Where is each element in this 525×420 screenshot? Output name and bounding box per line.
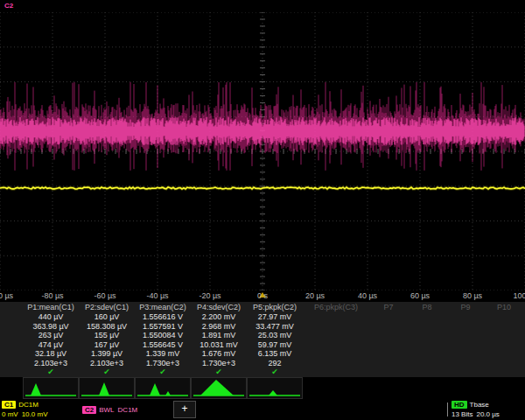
measure-column[interactable]: P3:mean(C2)1.556616 V1.557591 V1.550084 … — [135, 302, 191, 377]
c2-descriptor[interactable]: C2 BWL DC1M — [82, 399, 166, 420]
measure-status-check: ✔ — [103, 368, 110, 377]
measure-value: 167 µV — [94, 340, 120, 350]
measure-value: 59.97 mV — [258, 340, 292, 350]
time-axis-label: 100 µs — [513, 291, 525, 300]
measure-value: 33.477 mV — [256, 322, 294, 332]
measure-value: 2.200 mV — [202, 312, 236, 322]
measure-value: 2.103e+3 — [90, 359, 123, 368]
top-strip: C2 — [0, 0, 525, 12]
measure-column[interactable]: P8 — [408, 302, 446, 377]
measure-value: 263 µV — [38, 331, 64, 340]
bottom-bar-divider — [447, 402, 448, 416]
measure-column-header: P2:sdev(C1) — [85, 302, 129, 312]
time-axis-label: 80 µs — [463, 291, 482, 300]
time-axis: -100 µs-80 µs-60 µs-40 µs-20 µs0 s20 µs4… — [0, 290, 525, 302]
measure-value: 10.031 mV — [200, 340, 238, 350]
time-axis-label: -40 µs — [146, 291, 168, 300]
measure-value: 363.98 µV — [32, 322, 68, 332]
measure-column[interactable]: P7 — [369, 302, 408, 377]
measure-value: 155 µV — [94, 331, 120, 340]
measure-value: 6.135 mV — [258, 349, 292, 359]
timebase-bits: 13 Bits — [452, 410, 472, 418]
measure-column-header: P3:mean(C2) — [139, 302, 186, 312]
c2-chip[interactable]: C2 — [82, 406, 96, 414]
measure-column[interactable]: P6:pkpk(C3) — [303, 302, 369, 377]
c1-descriptor[interactable]: C1 DC1M 0 mV 10.0 mV — [2, 399, 82, 420]
measure-status-check: ✔ — [47, 368, 54, 377]
bottom-bar: C1 DC1M 0 mV 10.0 mV C2 BWL DC1M + HD Tb… — [0, 399, 525, 420]
measure-histicon[interactable] — [79, 377, 135, 399]
measure-column-header: P8 — [422, 302, 431, 312]
measure-status-check: ✔ — [271, 368, 278, 377]
c2-trace-tag: C2 — [4, 2, 13, 10]
measure-value: 1.550084 V — [143, 331, 183, 340]
measure-column-header: P9 — [460, 302, 470, 312]
measure-column-header: P5:pkpk(C2) — [253, 302, 297, 312]
measure-value: 2.968 mV — [202, 322, 236, 332]
measure-value: 1.891 mV — [202, 331, 236, 340]
hd-badge: HD — [452, 401, 467, 409]
measure-value: 1.556616 V — [143, 312, 183, 322]
measure-column-header: P1:mean(C1) — [27, 302, 74, 312]
time-axis-label: -80 µs — [41, 291, 63, 300]
crosshair-button[interactable]: + — [173, 401, 196, 418]
measure-table: P1:mean(C1)440 µV363.98 µV263 µV474 µV32… — [0, 302, 525, 377]
histicon-row — [23, 377, 303, 399]
measure-value: 32.18 µV — [35, 349, 66, 359]
measure-histicon[interactable] — [135, 377, 191, 399]
oscilloscope-screen: C2 -100 µs-80 µs-60 µs-40 µs-20 µs0 s20 … — [0, 0, 525, 420]
measure-value: 474 µV — [38, 340, 64, 350]
measure-value: 27.97 mV — [258, 312, 292, 322]
measure-column[interactable]: P10 — [485, 302, 523, 377]
measure-column[interactable]: P2:sdev(C1)160 µV158.308 µV155 µV167 µV1… — [79, 302, 135, 377]
time-axis-label: 40 µs — [358, 291, 377, 300]
measure-histicon[interactable] — [247, 377, 303, 399]
timebase-descriptor[interactable]: HD Tbase 13 Bits 20.0 µs — [452, 399, 523, 420]
measure-histicon[interactable] — [191, 377, 247, 399]
measure-value: 160 µV — [94, 312, 120, 322]
timebase-tdiv: 20.0 µs — [476, 410, 499, 418]
measure-column[interactable]: P9 — [446, 302, 485, 377]
measure-column-header: P10 — [497, 302, 511, 312]
time-axis-label: 60 µs — [410, 291, 430, 300]
measure-value: 25.03 mV — [258, 331, 292, 340]
measure-value: 1.399 µV — [91, 349, 122, 359]
measure-status-check: ✔ — [215, 368, 222, 377]
c1-offset-value: 0 mV — [2, 410, 18, 418]
timebase-label: Tbase — [470, 401, 489, 409]
measure-column[interactable]: P4:sdev(C2)2.200 mV2.968 mV1.891 mV10.03… — [191, 302, 247, 377]
c1-chip[interactable]: C1 — [2, 401, 16, 409]
measure-value: 292 — [268, 359, 281, 368]
waveform-grid-display[interactable] — [0, 12, 525, 290]
c1-coupling-label: DC1M — [18, 401, 38, 409]
measure-value: 1.557591 V — [143, 322, 183, 332]
time-axis-label: 0 s — [257, 291, 268, 300]
measure-value: 440 µV — [38, 312, 64, 322]
time-axis-label: -20 µs — [199, 291, 220, 300]
c2-bwl-label: BWL — [99, 406, 114, 414]
measure-value: 1.339 mV — [146, 349, 180, 359]
measure-value: 1.556645 V — [143, 340, 183, 350]
measure-column-header: P6:pkpk(C3) — [314, 302, 358, 312]
measure-value: 1.730e+3 — [202, 359, 235, 368]
c1-vdiv-value: 10.0 mV — [22, 410, 48, 418]
measure-histicon[interactable] — [23, 377, 79, 399]
measure-value: 158.308 µV — [87, 322, 127, 332]
c2-coupling-label: DC1M — [118, 406, 138, 414]
time-axis-label: -100 µs — [0, 291, 13, 300]
measure-column[interactable]: P1:mean(C1)440 µV363.98 µV263 µV474 µV32… — [23, 302, 79, 377]
measure-value: 2.103e+3 — [34, 359, 67, 368]
measure-value: 1.730e+3 — [146, 359, 179, 368]
measure-column-header: P4:sdev(C2) — [197, 302, 241, 312]
measure-column-header: P7 — [383, 302, 393, 312]
measure-value: 1.676 mV — [202, 349, 236, 359]
time-axis-label: 20 µs — [305, 291, 325, 300]
time-axis-label: -60 µs — [94, 291, 116, 300]
measure-column[interactable]: P5:pkpk(C2)27.97 mV33.477 mV25.03 mV59.9… — [247, 302, 303, 377]
measure-status-check: ✔ — [159, 368, 166, 377]
